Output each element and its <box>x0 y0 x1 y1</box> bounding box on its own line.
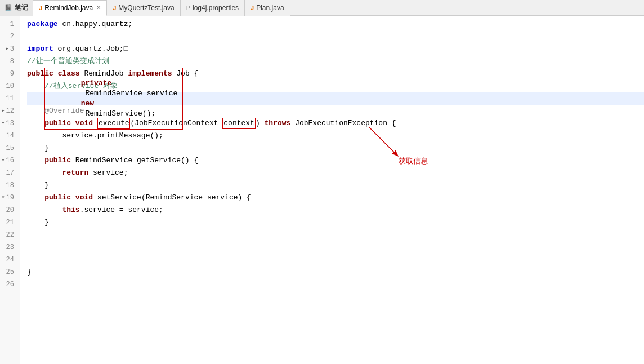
code-line-26 <box>27 278 644 291</box>
kw-import: import <box>27 43 53 55</box>
code-area: package cn.happy.quartz; import org.quar… <box>20 16 644 364</box>
line-num-16: ▾16 <box>0 154 16 167</box>
tab-plan-label: Plan.java <box>256 4 284 12</box>
editor-area: 1 2 ▸3 8 9 10 11 ▸12 ▾13 14 15 ▾16 17 18… <box>0 16 644 364</box>
tab-plan[interactable]: J Plan.java <box>245 0 290 16</box>
code-line-20: this .service = service; <box>27 204 644 216</box>
code-line-3: import org.quartz.Job;□ <box>27 43 644 55</box>
line-num-20: 20 <box>0 204 16 216</box>
code-line-21: } <box>27 216 644 229</box>
kw-this: this <box>62 204 79 216</box>
tab-remind-job-label: RemindJob.java <box>44 4 93 12</box>
line-num-3: ▸3 <box>0 43 16 55</box>
code-line-18: } <box>27 179 644 192</box>
tab-notebook-label: 笔记 <box>15 3 28 12</box>
java-icon-2: J <box>113 5 116 11</box>
line-num-22: 22 <box>0 229 16 241</box>
tab-myquartz-label: MyQuertzTest.java <box>118 4 174 12</box>
java-icon-3: J <box>251 5 254 11</box>
code-line-8: //让一个普通类变成计划 <box>27 55 644 68</box>
line-num-2: 2 <box>0 30 16 43</box>
line-num-13: ▾13 <box>0 117 16 130</box>
comment-8: //让一个普通类变成计划 <box>27 55 109 68</box>
kw-public-13: public <box>44 117 71 130</box>
notebook-icon: 📓 <box>5 4 12 11</box>
line-num-11: 11 <box>0 92 16 105</box>
kw-private: private <box>81 79 112 87</box>
annotation-override: @Override <box>44 105 84 117</box>
kw-public-16: public <box>44 154 71 167</box>
line-num-9: 9 <box>0 68 16 80</box>
code-line-12: @Override <box>27 105 644 117</box>
boxed-execute: execute <box>97 118 131 129</box>
code-line-17: return service; <box>27 167 644 179</box>
line-num-25: 25 <box>0 266 16 278</box>
line-num-26: 26 <box>0 278 16 291</box>
line-num-10: 10 <box>0 80 16 92</box>
code-line-2 <box>27 30 644 43</box>
code-line-14: service.printMessage(); <box>27 130 644 142</box>
kw-public-19: public <box>44 192 71 204</box>
line-num-23: 23 <box>0 241 16 254</box>
line-num-14: 14 <box>0 130 16 142</box>
code-line-16: public RemindService getService() { <box>27 154 644 167</box>
code-line-24 <box>27 254 644 266</box>
code-line-15: } <box>27 142 644 154</box>
boxed-context: context <box>222 118 256 129</box>
java-icon-1: J <box>39 5 42 11</box>
line-num-1: 1 <box>0 18 16 30</box>
line-numbers: 1 2 ▸3 8 9 10 11 ▸12 ▾13 14 15 ▾16 17 18… <box>0 16 20 364</box>
tab-log4j[interactable]: P log4j.properties <box>181 0 245 16</box>
line-num-19: ▾19 <box>0 192 16 204</box>
code-line-13: public void execute (JobExecutionContext… <box>27 117 644 130</box>
tab-notebook[interactable]: 📓 笔记 <box>0 0 33 16</box>
kw-package: package <box>27 18 58 30</box>
tab-bar: 📓 笔记 J RemindJob.java ✕ J MyQuertzTest.j… <box>0 0 644 16</box>
line-num-17: 17 <box>0 167 16 179</box>
line-num-24: 24 <box>0 254 16 266</box>
tab-remind-job[interactable]: J RemindJob.java ✕ <box>33 0 107 16</box>
tab-log4j-label: log4j.properties <box>193 4 239 12</box>
kw-void-13: void <box>75 117 93 130</box>
code-line-11: private RemindService service= new Remin… <box>27 92 644 105</box>
kw-void-19: void <box>75 192 93 204</box>
code-line-22 <box>27 229 644 241</box>
line-num-15: 15 <box>0 142 16 154</box>
code-line-23 <box>27 241 644 254</box>
line-num-18: 18 <box>0 179 16 192</box>
props-icon: P <box>186 5 190 11</box>
kw-throws: throws <box>265 117 291 130</box>
code-line-1: package cn.happy.quartz; <box>27 18 644 30</box>
line-num-12: ▸12 <box>0 105 16 117</box>
code-line-25: } <box>27 266 644 278</box>
kw-return: return <box>62 167 88 179</box>
tab-myquartz[interactable]: J MyQuertzTest.java <box>107 0 181 16</box>
line-num-8: 8 <box>0 55 16 68</box>
tab-close-remind-job[interactable]: ✕ <box>96 5 101 11</box>
code-line-19: public void setService(RemindService ser… <box>27 192 644 204</box>
line-num-21: 21 <box>0 216 16 229</box>
